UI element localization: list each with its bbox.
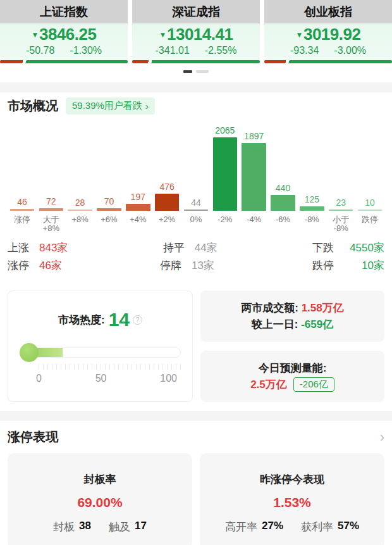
market-heat-value: 14 bbox=[109, 310, 130, 329]
bar-category: +4% bbox=[130, 211, 146, 232]
stats-row: 上涨843家持平44家下跌4550家 bbox=[8, 239, 384, 256]
index-change: -50.78-1.30% bbox=[0, 45, 128, 56]
turnover-column: 两市成交额: 1.58万亿 较上一日: -659亿 今日预测量能: 2.5万亿 … bbox=[200, 291, 384, 402]
seal-rate-card: 封板率 69.00% 封板38 触及17 bbox=[8, 453, 192, 545]
bar-col-+6%: 70+6% bbox=[95, 122, 124, 232]
limit-up-title: 涨停表现 bbox=[8, 429, 58, 446]
bar-value: 440 bbox=[276, 183, 290, 193]
stat-跌停: 跌停10家 bbox=[312, 258, 384, 273]
bar bbox=[155, 194, 180, 211]
bar-category: 跌停 bbox=[362, 211, 378, 232]
bar-value: 2065 bbox=[215, 125, 235, 135]
index-body: ▼3019.92 -93.34-3.00% bbox=[264, 23, 392, 60]
tick-label-50: 50 bbox=[95, 373, 107, 384]
heat-gauge-bulb bbox=[20, 343, 39, 362]
stat-停牌: 停牌13家 bbox=[160, 258, 214, 273]
turnover-card: 两市成交额: 1.58万亿 较上一日: -659亿 bbox=[200, 291, 384, 342]
bar-category: -6% bbox=[276, 211, 290, 232]
index-value: ▼13014.41 bbox=[132, 25, 260, 44]
card-value: 1.53% bbox=[200, 495, 384, 510]
market-overview-header: 市场概况 59.39%用户看跌 › bbox=[8, 92, 384, 115]
stats-row: 涨停46家停牌13家跌停10家 bbox=[8, 256, 384, 274]
buy-sell-ratio-bar bbox=[0, 60, 128, 63]
bar-col--6%: 440-6% bbox=[269, 122, 298, 232]
heat-gauge-labels: 0 50 100 bbox=[36, 373, 177, 384]
index-card-shanghai[interactable]: 上证指数 ▼3846.25 -50.78-1.30% bbox=[0, 0, 128, 63]
bar-category: 涨停 bbox=[14, 211, 30, 232]
market-overview-title: 市场概况 bbox=[8, 97, 58, 115]
bar-col-大于+8%: 72大于+8% bbox=[37, 122, 66, 232]
bar-category: -4% bbox=[247, 211, 261, 232]
index-change: -341.01-2.55% bbox=[132, 45, 260, 56]
market-stats: 上涨843家持平44家下跌4550家涨停46家停牌13家跌停10家 bbox=[8, 239, 384, 274]
bar-category: 0% bbox=[190, 211, 202, 232]
mini-stat: 触及17 bbox=[109, 520, 147, 534]
forecast-value-line: 2.5万亿 -206亿 bbox=[250, 377, 334, 392]
bar-category: -8% bbox=[305, 211, 319, 232]
bar-value: 125 bbox=[305, 194, 319, 204]
index-name: 深证成指 bbox=[132, 0, 260, 23]
market-heat-title-row: 市场热度: 14 ? bbox=[8, 310, 192, 329]
carousel-dot-active[interactable] bbox=[183, 70, 192, 73]
bar-col-+4%: 197+4% bbox=[123, 122, 152, 232]
index-card-shenzhen[interactable]: 深证成指 ▼13014.41 -341.01-2.55% bbox=[132, 0, 260, 63]
bar bbox=[271, 195, 295, 211]
bar-value: 28 bbox=[75, 197, 85, 208]
bar bbox=[213, 137, 238, 211]
chevron-right-icon[interactable]: › bbox=[380, 430, 384, 444]
bar-col--4%: 1897-4% bbox=[240, 122, 269, 232]
bar bbox=[126, 204, 150, 211]
sentiment-badge[interactable]: 59.39%用户看跌 › bbox=[66, 97, 155, 115]
bar-col-0%: 440% bbox=[181, 122, 211, 232]
bar-category: +8% bbox=[71, 211, 88, 232]
bar-col-+8%: 28+8% bbox=[66, 122, 95, 232]
carousel-dots bbox=[0, 67, 392, 76]
tick-label-0: 0 bbox=[36, 373, 42, 384]
bar-category: +2% bbox=[159, 211, 175, 232]
market-heat-card: 市场热度: 14 ? 0 50 100 bbox=[8, 291, 193, 402]
bar-col--2%: 2065-2% bbox=[211, 122, 240, 232]
index-value: ▼3019.92 bbox=[264, 25, 392, 44]
index-name: 上证指数 bbox=[0, 0, 128, 23]
bar-value: 1897 bbox=[244, 131, 264, 141]
index-card-chinext[interactable]: 创业板指 ▼3019.92 -93.34-3.00% bbox=[264, 0, 392, 63]
bar bbox=[300, 206, 324, 211]
carousel-dot[interactable] bbox=[196, 70, 209, 73]
section-divider bbox=[0, 411, 392, 421]
forecast-delta-badge: -206亿 bbox=[293, 377, 334, 392]
buy-sell-ratio-bar bbox=[264, 60, 392, 63]
down-triangle-icon: ▼ bbox=[159, 30, 166, 39]
prevday-line: 较上一日: -659亿 bbox=[252, 317, 333, 332]
index-body: ▼3846.25 -50.78-1.30% bbox=[0, 23, 128, 60]
turnover-line: 两市成交额: 1.58万亿 bbox=[241, 301, 344, 315]
down-triangle-icon: ▼ bbox=[32, 30, 39, 39]
card-stats: 封板38 触及17 bbox=[8, 520, 192, 534]
mini-stat: 获利率57% bbox=[301, 520, 359, 534]
heat-gauge-ticks bbox=[39, 364, 181, 370]
bar-category: -2% bbox=[217, 211, 232, 232]
sentiment-badge-text: 59.39%用户看跌 bbox=[72, 100, 142, 112]
help-icon[interactable]: ? bbox=[133, 315, 142, 325]
mini-stat: 高开率27% bbox=[225, 520, 283, 534]
bar-value: 70 bbox=[104, 196, 114, 206]
market-heat-label: 市场热度: bbox=[58, 313, 105, 327]
bar-value: 72 bbox=[46, 196, 56, 206]
card-stats: 高开率27% 获利率57% bbox=[200, 520, 384, 534]
limit-up-header[interactable]: 涨停表现 › bbox=[8, 421, 384, 446]
index-cards-row: 上证指数 ▼3846.25 -50.78-1.30% 深证成指 ▼13014.4… bbox=[0, 0, 392, 63]
mini-stat: 封板38 bbox=[53, 520, 91, 534]
bar-col-+2%: 476+2% bbox=[152, 122, 181, 232]
stat-上涨: 上涨843家 bbox=[8, 241, 68, 255]
tick-label-100: 100 bbox=[160, 373, 177, 384]
bar-col-涨停: 46涨停 bbox=[8, 122, 37, 232]
section-divider bbox=[0, 82, 392, 92]
bar-col--8%: 125-8% bbox=[297, 122, 326, 232]
bar-value: 197 bbox=[131, 192, 145, 202]
forecast-value: 2.5万亿 bbox=[250, 377, 287, 392]
stat-下跌: 下跌4550家 bbox=[312, 241, 384, 255]
bar-value: 46 bbox=[17, 197, 27, 207]
card-title: 封板率 bbox=[8, 472, 192, 487]
stat-持平: 持平44家 bbox=[163, 241, 217, 255]
heat-gauge bbox=[20, 343, 181, 362]
bar-value: 10 bbox=[365, 197, 375, 208]
